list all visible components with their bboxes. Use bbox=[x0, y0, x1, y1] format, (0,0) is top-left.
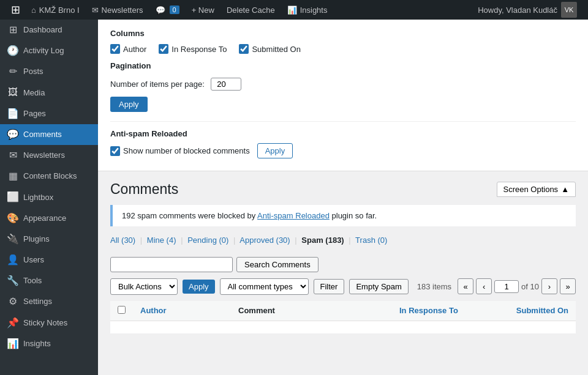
insights-side-icon: 📊 bbox=[7, 338, 18, 349]
filter-btn[interactable]: Filter bbox=[314, 279, 345, 294]
antispam-link[interactable]: Anti-spam Reloaded bbox=[257, 211, 330, 220]
tab-mine[interactable]: Mine (4) bbox=[147, 236, 176, 245]
prev-page-btn[interactable]: ‹ bbox=[476, 278, 492, 294]
table-row bbox=[110, 321, 576, 333]
antispam-checkbox-label[interactable]: Show number of blocked comments bbox=[110, 146, 250, 156]
sidebar-item-tools[interactable]: 🔧 Tools bbox=[0, 270, 98, 291]
sidebar-item-newsletters[interactable]: ✉ Newsletters bbox=[0, 145, 98, 166]
sidebar-item-settings[interactable]: ⚙ Settings bbox=[0, 291, 98, 312]
author-sort-link[interactable]: Author bbox=[140, 306, 167, 315]
submitted-on-checkbox-label[interactable]: Submitted On bbox=[239, 44, 301, 54]
sidebar-item-insights[interactable]: 📊 Insights bbox=[0, 333, 98, 354]
in-response-to-checkbox-label[interactable]: In Response To bbox=[159, 44, 227, 54]
in-response-to-checkbox[interactable] bbox=[159, 44, 168, 54]
empty-spam-btn[interactable]: Empty Spam bbox=[349, 279, 408, 294]
sidebar-item-sticky-notes[interactable]: 📌 Sticky Notes bbox=[0, 313, 98, 333]
tab-separator-1: | bbox=[140, 236, 142, 245]
sidebar-item-label: Plugins bbox=[23, 234, 50, 245]
bulk-actions-select[interactable]: Bulk Actions bbox=[110, 278, 178, 295]
first-page-btn[interactable]: « bbox=[458, 278, 473, 294]
bulk-apply-btn[interactable]: Apply bbox=[183, 280, 215, 294]
dashboard-icon: ⊞ bbox=[7, 24, 18, 35]
new-btn[interactable]: + New bbox=[186, 0, 221, 20]
sidebar-item-plugins[interactable]: 🔌 Plugins bbox=[0, 229, 98, 250]
pagination-bar: 183 items « ‹ of 10 › » bbox=[417, 278, 576, 294]
antispam-apply-btn[interactable]: Apply bbox=[257, 143, 293, 158]
appearance-icon: 🎨 bbox=[7, 213, 18, 224]
submitted-sort-link[interactable]: Submitted On bbox=[516, 306, 568, 315]
antispam-checkbox[interactable] bbox=[110, 146, 120, 156]
items-per-page-input[interactable] bbox=[211, 78, 241, 91]
comments-btn[interactable]: 💬 0 bbox=[149, 0, 186, 20]
page-title: Comments bbox=[110, 180, 178, 199]
author-checkbox[interactable] bbox=[110, 44, 120, 54]
table-header-author: Author bbox=[133, 301, 231, 321]
sidebar-item-lightbox[interactable]: ⬜ Lightbox bbox=[0, 187, 98, 208]
table-header-response: In Response To bbox=[392, 301, 490, 321]
response-sort-link[interactable]: In Response To bbox=[399, 306, 458, 315]
site-house-icon: ⌂ bbox=[31, 6, 36, 15]
sidebar-item-label: Activity Log bbox=[23, 45, 64, 56]
sidebar-item-label: Newsletters bbox=[23, 150, 65, 161]
sidebar-item-label: Comments bbox=[23, 129, 62, 140]
screen-options-panel: Columns Author In Response To Submitted … bbox=[98, 20, 588, 171]
posts-icon: ✏ bbox=[7, 66, 18, 77]
sidebar-item-pages[interactable]: 📄 Pages bbox=[0, 103, 98, 124]
users-icon: 👤 bbox=[7, 254, 18, 265]
insights-btn[interactable]: 📊 Insights bbox=[281, 0, 334, 20]
submitted-on-label-text: Submitted On bbox=[252, 45, 301, 54]
sidebar-item-activity-log[interactable]: 🕐 Activity Log bbox=[0, 40, 98, 61]
screen-options-apply-btn[interactable]: Apply bbox=[110, 97, 148, 112]
antispam-check-label-text: Show number of blocked comments bbox=[123, 146, 250, 155]
columns-checkboxes: Author In Response To Submitted On bbox=[110, 44, 576, 54]
tab-all[interactable]: All (30) bbox=[110, 236, 135, 245]
columns-title: Columns bbox=[110, 29, 576, 38]
sidebar-item-media[interactable]: 🖼 Media bbox=[0, 83, 98, 103]
last-page-btn[interactable]: » bbox=[560, 278, 576, 294]
antispam-row: Show number of blocked comments Apply bbox=[110, 143, 576, 158]
pagination-title: Pagination bbox=[110, 61, 576, 70]
table-header-comment: Comment bbox=[231, 301, 392, 321]
tab-separator-3: | bbox=[233, 236, 235, 245]
select-all-checkbox[interactable] bbox=[118, 306, 126, 314]
howdy-text: Howdy, Vladan Kudláč bbox=[478, 6, 557, 15]
settings-icon: ⚙ bbox=[7, 297, 18, 308]
search-input[interactable] bbox=[110, 257, 233, 272]
sidebar-item-appearance[interactable]: 🎨 Appearance bbox=[0, 208, 98, 229]
site-name-btn[interactable]: ⌂ KMŽ Brno I bbox=[25, 0, 86, 20]
submitted-on-checkbox[interactable] bbox=[239, 44, 249, 54]
sidebar-item-posts[interactable]: ✏ Posts bbox=[0, 61, 98, 82]
sidebar-item-dashboard[interactable]: ⊞ Dashboard bbox=[0, 20, 98, 40]
comment-icon: 💬 bbox=[156, 6, 165, 15]
main-content: Columns Author In Response To Submitted … bbox=[98, 20, 588, 375]
pages-icon: 📄 bbox=[7, 108, 18, 119]
tools-icon: 🔧 bbox=[7, 275, 18, 286]
current-page-input[interactable] bbox=[494, 280, 519, 293]
spam-notice: 192 spam comments were blocked by Anti-s… bbox=[110, 205, 576, 226]
wp-logo-btn[interactable]: ⊞ bbox=[6, 0, 25, 20]
comments-table: Author Comment In Response To Submitted … bbox=[110, 301, 576, 334]
row-author-cell bbox=[133, 321, 231, 333]
sidebar-item-comments[interactable]: 💬 Comments bbox=[0, 124, 98, 145]
delete-cache-btn[interactable]: Delete Cache bbox=[221, 0, 281, 20]
author-checkbox-label[interactable]: Author bbox=[110, 44, 146, 54]
search-comments-btn[interactable]: Search Comments bbox=[236, 257, 318, 272]
newsletters-btn[interactable]: ✉ Newsletters bbox=[86, 0, 149, 20]
table-header-row: Author Comment In Response To Submitted … bbox=[110, 301, 576, 321]
sidebar-item-content-blocks[interactable]: ▦ Content Blocks bbox=[0, 166, 98, 187]
sidebar-item-users[interactable]: 👤 Users bbox=[0, 250, 98, 270]
tab-trash[interactable]: Trash (0) bbox=[355, 236, 387, 245]
media-icon: 🖼 bbox=[7, 87, 18, 98]
next-page-btn[interactable]: › bbox=[541, 278, 557, 294]
tab-approved[interactable]: Approved (30) bbox=[239, 236, 290, 245]
tab-pending[interactable]: Pending (0) bbox=[187, 236, 228, 245]
screen-options-btn[interactable]: Screen Options ▲ bbox=[497, 182, 576, 197]
author-checkbox-label-text: Author bbox=[123, 45, 146, 54]
insights-bar-icon: 📊 bbox=[287, 6, 297, 15]
sidebar-item-label: Lightbox bbox=[23, 192, 53, 203]
plugins-icon: 🔌 bbox=[7, 234, 18, 245]
comment-type-select[interactable]: All comment types bbox=[220, 278, 309, 295]
newsletters-icon: ✉ bbox=[92, 6, 99, 15]
row-comment-cell bbox=[231, 321, 392, 333]
table-header-submitted: Submitted On bbox=[490, 301, 576, 321]
